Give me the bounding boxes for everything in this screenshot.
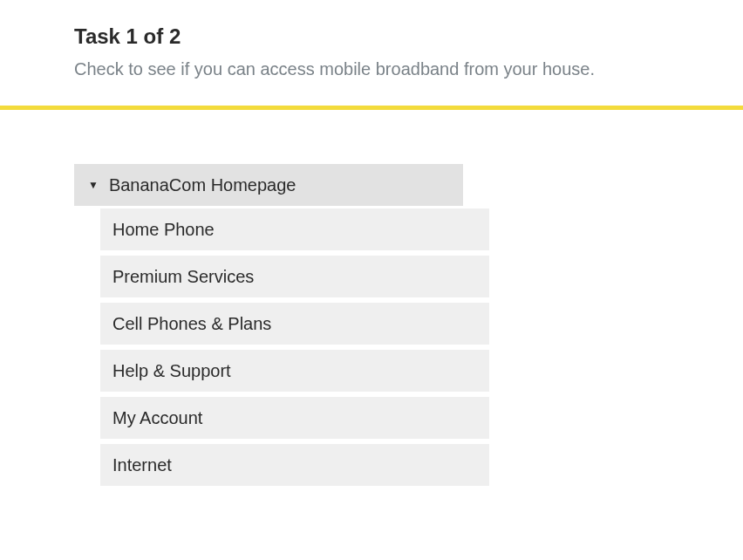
- tree-child-label: My Account: [112, 408, 202, 428]
- site-tree: ▼ BananaCom Homepage Home Phone Premium …: [0, 164, 743, 486]
- tree-child-label: Premium Services: [112, 267, 254, 287]
- tree-child-label: Cell Phones & Plans: [112, 314, 271, 334]
- tree-child-internet[interactable]: Internet: [100, 444, 489, 486]
- tree-root-label: BananaCom Homepage: [109, 175, 297, 195]
- divider: [0, 106, 743, 110]
- task-header: Task 1 of 2 Check to see if you can acce…: [0, 0, 743, 79]
- tree-child-label: Home Phone: [112, 220, 215, 240]
- tree-child-my-account[interactable]: My Account: [100, 397, 489, 439]
- tree-child-premium-services[interactable]: Premium Services: [100, 256, 489, 297]
- task-title: Task 1 of 2: [74, 24, 669, 49]
- tree-child-home-phone[interactable]: Home Phone: [100, 208, 489, 250]
- tree-child-label: Internet: [112, 455, 172, 475]
- tree-child-help-support[interactable]: Help & Support: [100, 350, 489, 392]
- task-description: Check to see if you can access mobile br…: [74, 59, 669, 79]
- tree-child-cell-phones[interactable]: Cell Phones & Plans: [100, 303, 489, 345]
- tree-child-label: Help & Support: [112, 361, 231, 381]
- tree-root-node[interactable]: ▼ BananaCom Homepage: [74, 164, 463, 206]
- caret-down-icon: ▼: [88, 180, 99, 190]
